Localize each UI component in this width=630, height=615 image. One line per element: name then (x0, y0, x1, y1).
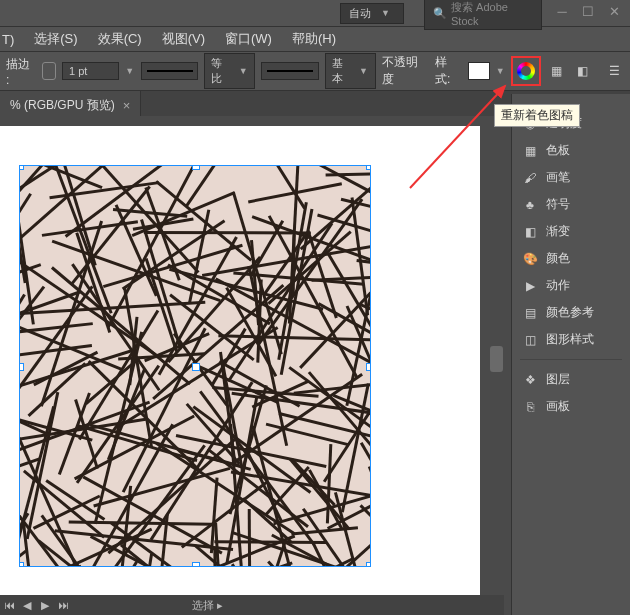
stroke-profile[interactable] (141, 62, 198, 80)
colorguide-icon: ▤ (522, 305, 538, 321)
opacity-label[interactable]: 不透明度 (382, 54, 429, 88)
chevron-down-icon[interactable]: ▼ (125, 66, 135, 76)
panel-separator (520, 359, 622, 360)
selection-handle[interactable] (366, 562, 370, 566)
control-bar: 描边 : 1 pt ▼ 等比▼ 基本▼ 不透明度 样式: ▼ ▦ ◧ ☰ (0, 52, 630, 91)
svg-line-6 (216, 523, 222, 566)
panel-color-guide[interactable]: ▤颜色参考 (512, 299, 630, 326)
tooltip: 重新着色图稿 (494, 104, 580, 127)
document-tab[interactable]: % (RGB/GPU 预览) × (0, 91, 141, 119)
chevron-down-icon: ▼ (359, 66, 369, 76)
svg-line-31 (144, 232, 311, 233)
search-placeholder: 搜索 Adobe Stock (451, 0, 533, 27)
panel-layers[interactable]: ❖图层 (512, 366, 630, 393)
selected-artwork[interactable] (20, 166, 370, 566)
color-wheel-icon (517, 62, 535, 80)
menu-bar: T) 选择(S) 效果(C) 视图(V) 窗口(W) 帮助(H) (0, 27, 630, 52)
nav-last-icon[interactable]: ⏭ (54, 599, 72, 611)
chevron-down-icon: ▼ (381, 8, 391, 18)
nav-next-icon[interactable]: ▶ (36, 599, 54, 612)
svg-line-200 (294, 384, 370, 393)
brush-definition[interactable] (261, 62, 318, 80)
selection-handle[interactable] (20, 166, 24, 170)
chevron-down-icon: ▼ (239, 66, 249, 76)
graphicstyles-icon: ◫ (522, 332, 538, 348)
panel-swatches[interactable]: ▦色板 (512, 137, 630, 164)
svg-line-218 (81, 562, 137, 566)
stroke-label: 描边 : (6, 56, 36, 87)
stroke-weight-input[interactable]: 1 pt (62, 62, 119, 80)
menu-window[interactable]: 窗口(W) (225, 30, 272, 48)
canvas[interactable] (0, 126, 480, 596)
svg-line-234 (219, 361, 299, 406)
selection-handle[interactable] (20, 562, 24, 566)
minimize-button[interactable]: ─ (554, 4, 570, 18)
style-label: 样式: (435, 54, 462, 88)
swatches-icon: ▦ (522, 143, 538, 159)
selection-handle[interactable] (192, 562, 200, 566)
svg-line-87 (293, 235, 294, 296)
svg-line-171 (23, 521, 40, 566)
close-icon[interactable]: × (123, 98, 131, 113)
nav-first-icon[interactable]: ⏮ (0, 599, 18, 611)
panel-dock: ◉透明度 ▦色板 🖌画笔 ♣符号 ◧渐变 🎨颜色 ▶动作 ▤颜色参考 ◫图形样式… (511, 94, 630, 615)
menu-view[interactable]: 视图(V) (162, 30, 205, 48)
menu-help[interactable]: 帮助(H) (292, 30, 336, 48)
svg-line-90 (361, 505, 370, 566)
selection-handle[interactable] (366, 363, 370, 371)
workspace-switcher[interactable]: 自动 ▼ (340, 3, 404, 24)
chevron-down-icon[interactable]: ▼ (496, 66, 506, 76)
search-icon: 🔍 (433, 7, 447, 20)
recolor-artwork-button[interactable] (511, 56, 541, 86)
svg-line-144 (326, 174, 370, 175)
vertical-scrollbar[interactable] (489, 116, 504, 595)
menu-effect[interactable]: 效果(C) (98, 30, 142, 48)
close-button[interactable]: ✕ (606, 4, 622, 18)
workspace-label: 自动 (349, 6, 371, 21)
panel-menu-button[interactable]: ☰ (604, 61, 624, 81)
brushes-icon: 🖌 (522, 170, 538, 186)
menu-select[interactable]: 选择(S) (34, 30, 77, 48)
svg-line-94 (327, 444, 330, 523)
title-bar: 自动 ▼ 🔍 搜索 Adobe Stock ─ ☐ ✕ (0, 0, 630, 27)
selection-handle[interactable] (366, 166, 370, 170)
tab-label: % (RGB/GPU 预览) (10, 97, 115, 114)
panel-symbols[interactable]: ♣符号 (512, 191, 630, 218)
panel-artboards[interactable]: ⎘画板 (512, 393, 630, 420)
status-bar: ⏮ ◀ ▶ ⏭ 选择 ▸ (0, 595, 504, 615)
svg-line-25 (94, 468, 230, 506)
panel-actions[interactable]: ▶动作 (512, 272, 630, 299)
style-swatch[interactable] (468, 62, 490, 80)
svg-line-167 (42, 222, 138, 236)
status-selection[interactable]: 选择 ▸ (192, 598, 223, 613)
link-icon[interactable] (42, 62, 56, 80)
selection-handle[interactable] (20, 363, 24, 371)
gradient-icon: ◧ (522, 224, 538, 240)
selection-handle[interactable] (192, 166, 200, 170)
workspace (0, 116, 504, 595)
svg-line-73 (366, 166, 370, 208)
layers-icon: ❖ (522, 372, 538, 388)
play-icon: ▶ (522, 278, 538, 294)
transform-button[interactable]: ◧ (573, 61, 593, 81)
svg-line-129 (107, 445, 205, 566)
selection-center[interactable] (192, 363, 200, 371)
panel-gradient[interactable]: ◧渐变 (512, 218, 630, 245)
symbols-icon: ♣ (522, 197, 538, 213)
panel-color[interactable]: 🎨颜色 (512, 245, 630, 272)
menu-type[interactable]: T) (2, 32, 14, 47)
search-input[interactable]: 🔍 搜索 Adobe Stock (424, 0, 542, 30)
maximize-button[interactable]: ☐ (580, 4, 596, 18)
panel-brushes[interactable]: 🖌画笔 (512, 164, 630, 191)
brush-dd[interactable]: 基本▼ (325, 53, 376, 89)
panel-graphic-styles[interactable]: ◫图形样式 (512, 326, 630, 353)
svg-line-60 (186, 166, 234, 206)
align-button[interactable]: ▦ (547, 61, 567, 81)
color-icon: 🎨 (522, 251, 538, 267)
scrollbar-thumb[interactable] (490, 346, 503, 372)
nav-prev-icon[interactable]: ◀ (18, 599, 36, 612)
svg-line-207 (20, 295, 25, 389)
window-controls: ─ ☐ ✕ (554, 4, 622, 18)
svg-line-137 (113, 210, 187, 217)
width-profile-dd[interactable]: 等比▼ (204, 53, 255, 89)
